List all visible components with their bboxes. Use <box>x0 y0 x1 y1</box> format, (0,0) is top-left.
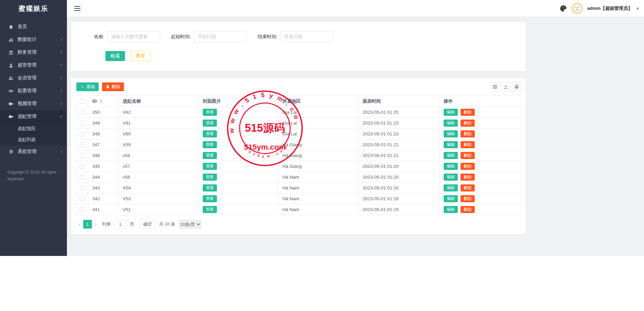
delete-button[interactable]: 删除 <box>461 152 475 159</box>
sidebar-subitem[interactable]: 选妃列表 <box>0 134 67 145</box>
cell-cover: 查看 <box>199 150 278 161</box>
print-icon[interactable] <box>512 82 521 91</box>
row-checkbox[interactable] <box>80 164 84 169</box>
cell-ops: 编辑删除 <box>440 161 521 172</box>
sidebar-item-system[interactable]: 系统管理› <box>0 145 67 158</box>
view-button[interactable]: 查看 <box>203 120 217 127</box>
theme-palette-icon[interactable] <box>560 5 567 12</box>
add-button[interactable]: ＋添加 <box>76 82 99 91</box>
data-table: ID 选妃名称 封面图片 所属地区 添加时间 操作 350V62查看Gia La… <box>76 95 521 215</box>
page-size-select[interactable]: 10条/页 <box>179 220 201 229</box>
edit-button[interactable]: 编辑 <box>444 184 458 191</box>
sidebar-item-concubine[interactable]: 选妃管理› <box>0 110 67 123</box>
view-button[interactable]: 查看 <box>203 130 217 137</box>
delete-button[interactable]: 删除 <box>461 130 475 137</box>
cell-name: V51 <box>119 204 199 215</box>
search-button[interactable]: 检索 <box>105 51 125 61</box>
edit-button[interactable]: 编辑 <box>444 130 458 137</box>
bulk-delete-button[interactable]: 删除 <box>102 82 124 91</box>
confirm-jump-button[interactable]: 确定 <box>140 220 156 229</box>
delete-button[interactable]: 删除 <box>461 120 475 127</box>
cell-ops: 编辑删除 <box>440 118 521 129</box>
edit-button[interactable]: 编辑 <box>444 120 458 127</box>
delete-button[interactable]: 删除 <box>461 184 475 191</box>
user-menu[interactable]: admin【超级管理员】 <box>587 5 633 11</box>
jump-page-input[interactable] <box>114 220 127 229</box>
cell-cover: 查看 <box>199 172 278 183</box>
sidebar-item-videos[interactable]: 视频管理› <box>0 97 67 110</box>
cell-time: 2023-05-01 01:20 <box>358 161 440 172</box>
prev-page-icon[interactable]: ‹ <box>78 221 80 227</box>
cell-ops: 编辑删除 <box>440 129 521 139</box>
cell-region: Gia Lai <box>278 107 358 118</box>
gear-icon <box>8 149 14 154</box>
row-checkbox[interactable] <box>80 132 84 136</box>
edit-button[interactable]: 编辑 <box>444 206 458 213</box>
delete-button[interactable]: 删除 <box>461 141 475 148</box>
cell-id: 346 <box>88 150 119 161</box>
row-checkbox[interactable] <box>80 207 84 212</box>
chevron-right-icon: › <box>60 101 62 106</box>
delete-button[interactable]: 删除 <box>461 163 475 170</box>
table-body: 350V62查看Gia Lai2023-05-01 01:25编辑删除349V6… <box>76 107 521 215</box>
sidebar-item-lottery[interactable]: 彩票管理› <box>0 84 67 97</box>
columns-icon[interactable] <box>491 82 499 91</box>
page-number-button[interactable]: 1 <box>83 220 92 229</box>
jump-suffix: 页 <box>130 221 134 227</box>
end-date-input[interactable] <box>280 31 333 42</box>
content-area: 名称 起始时间 结束时间 检索 重置 ＋添加 <box>67 17 644 234</box>
view-button[interactable]: 查看 <box>203 141 217 148</box>
view-button[interactable]: 查看 <box>203 163 217 170</box>
sort-icon[interactable] <box>100 99 102 103</box>
table-toolbar: ＋添加 删除 <box>76 82 521 91</box>
cell-name: v56 <box>119 172 199 183</box>
delete-button[interactable]: 删除 <box>461 174 475 181</box>
sidebar-item-superadmin[interactable]: 超管管理› <box>0 59 67 72</box>
row-checkbox[interactable] <box>80 121 84 126</box>
sidebar-item-finance[interactable]: 财务管理› <box>0 46 67 59</box>
view-button[interactable]: 查看 <box>203 174 217 181</box>
export-icon[interactable] <box>501 82 510 91</box>
view-button[interactable]: 查看 <box>203 195 217 202</box>
delete-button[interactable]: 删除 <box>461 206 475 213</box>
cell-cover: 查看 <box>199 183 278 193</box>
cell-time: 2023-05-01 01:21 <box>358 150 440 161</box>
row-checkbox[interactable] <box>80 175 84 180</box>
row-checkbox[interactable] <box>80 153 84 158</box>
edit-button[interactable]: 编辑 <box>444 174 458 181</box>
keyword-input[interactable] <box>107 31 160 42</box>
chevron-right-icon: › <box>60 36 62 42</box>
select-all-checkbox[interactable] <box>80 99 84 104</box>
edit-button[interactable]: 编辑 <box>444 163 458 170</box>
bank-icon <box>8 50 14 55</box>
view-button[interactable]: 查看 <box>203 109 217 116</box>
cell-region: Hà Nam <box>278 193 358 204</box>
edit-button[interactable]: 编辑 <box>444 152 458 159</box>
view-button[interactable]: 查看 <box>203 152 217 159</box>
jump-prefix: 到第 <box>102 221 111 227</box>
row-checkbox[interactable] <box>80 186 84 190</box>
edit-button[interactable]: 编辑 <box>444 141 458 148</box>
name-label: 名称 <box>94 34 103 40</box>
row-checkbox[interactable] <box>80 110 84 115</box>
row-checkbox[interactable] <box>80 197 84 201</box>
sidebar-subitem[interactable]: 选妃地区 <box>0 123 67 134</box>
edit-button[interactable]: 编辑 <box>444 195 458 202</box>
view-button[interactable]: 查看 <box>203 206 217 213</box>
reset-button[interactable]: 重置 <box>130 51 151 61</box>
row-checkbox[interactable] <box>80 142 84 147</box>
menu-toggle-icon[interactable] <box>74 6 80 11</box>
avatar[interactable] <box>571 2 583 15</box>
column-header-id[interactable]: ID <box>88 96 119 107</box>
sidebar-item-members[interactable]: 会员管理› <box>0 72 67 84</box>
sidebar-item-label: 首页 <box>18 24 27 30</box>
next-page-icon[interactable]: › <box>95 221 97 227</box>
sidebar-item-home[interactable]: 首页 <box>0 20 67 33</box>
start-date-input[interactable] <box>194 31 247 42</box>
delete-button[interactable]: 删除 <box>461 195 475 202</box>
view-button[interactable]: 查看 <box>203 184 217 191</box>
delete-button[interactable]: 删除 <box>461 109 475 116</box>
topbar-right: admin【超级管理员】 ▾ <box>560 2 639 15</box>
edit-button[interactable]: 编辑 <box>444 109 458 116</box>
sidebar-item-stats[interactable]: 数据统计› <box>0 33 67 46</box>
